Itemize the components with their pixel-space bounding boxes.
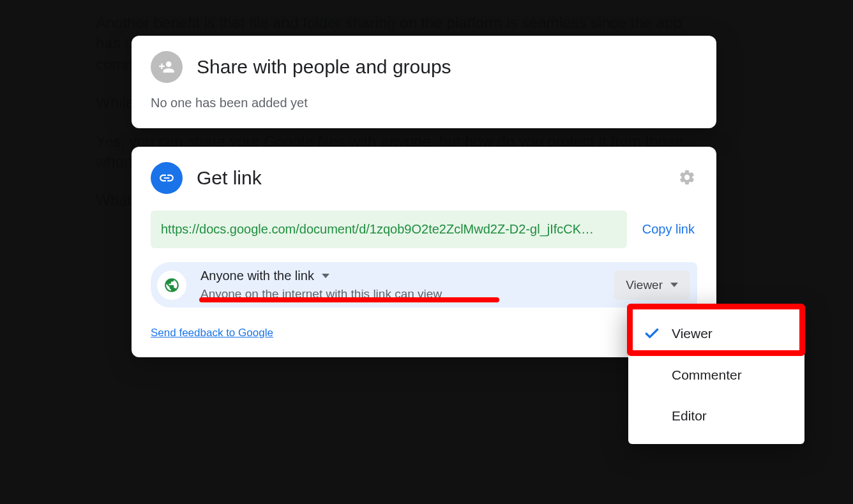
access-scope-dropdown[interactable]: Anyone with the link xyxy=(200,269,614,283)
role-option-commenter[interactable]: Commenter xyxy=(628,355,804,396)
link-url-row: https://docs.google.com/document/d/1zqob… xyxy=(151,211,697,248)
role-option-viewer[interactable]: Viewer xyxy=(628,313,804,355)
get-link-title: Get link xyxy=(197,167,262,189)
share-header: Share with people and groups xyxy=(151,51,697,83)
chevron-down-icon xyxy=(322,274,329,278)
role-option-label: Viewer xyxy=(672,326,713,341)
globe-icon-circle xyxy=(157,271,186,300)
check-icon xyxy=(644,325,660,342)
share-url-display[interactable]: https://docs.google.com/document/d/1zqob… xyxy=(151,211,627,248)
annotation-underline xyxy=(199,297,499,302)
share-subtitle: No one has been added yet xyxy=(151,96,697,110)
person-add-icon xyxy=(151,51,183,83)
link-icon xyxy=(151,162,183,194)
send-feedback-link[interactable]: Send feedback to Google xyxy=(151,327,273,339)
share-people-panel: Share with people and groups No one has … xyxy=(132,36,716,128)
link-header: Get link xyxy=(151,162,697,194)
share-title: Share with people and groups xyxy=(197,56,451,78)
role-option-label: Commenter xyxy=(672,367,742,383)
link-access-row: Anyone with the link Anyone on the inter… xyxy=(151,262,697,308)
access-text: Anyone with the link Anyone on the inter… xyxy=(200,269,614,301)
role-dropdown-button[interactable]: Viewer xyxy=(614,271,690,300)
globe-icon xyxy=(163,277,180,293)
gear-icon xyxy=(678,168,696,186)
role-button-label: Viewer xyxy=(626,278,663,292)
role-option-editor[interactable]: Editor xyxy=(628,396,804,436)
link-settings-button[interactable] xyxy=(677,167,697,188)
role-option-label: Editor xyxy=(672,408,707,424)
role-dropdown-menu: Viewer Commenter Editor xyxy=(628,305,804,444)
copy-link-button[interactable]: Copy link xyxy=(640,216,697,243)
access-scope-label: Anyone with the link xyxy=(200,269,314,283)
chevron-down-icon xyxy=(670,283,678,287)
